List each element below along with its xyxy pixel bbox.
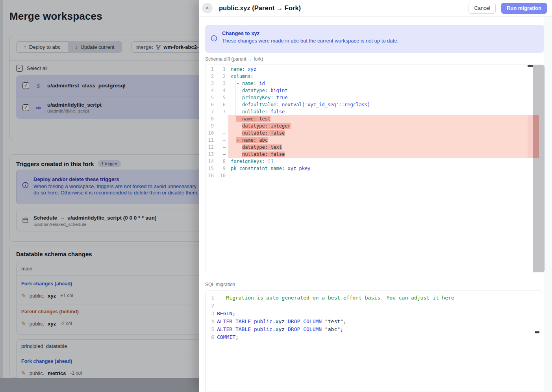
modified-line-number: – (217, 137, 228, 144)
schema-diff-label: Schema diff (parent ↔ fork) (205, 56, 263, 62)
diff-line: 77 nullable: false (206, 108, 528, 115)
deleted-text: nullable: false (242, 130, 285, 136)
run-migration-button[interactable]: Run migration (501, 3, 547, 14)
diff-line-content: primaryKey: true (228, 94, 528, 101)
modified-line-number: 2 (217, 73, 228, 80)
cancel-button[interactable]: Cancel (469, 3, 495, 14)
changes-info-alert: Changes to xyz These changes were made i… (205, 25, 544, 53)
line-number: 3 (206, 310, 214, 318)
original-line-number: 12 (206, 144, 217, 151)
sql-line-content: -- Migration is auto-generated on a best… (214, 294, 542, 302)
original-line-number: 14 (206, 158, 217, 165)
sql-line: 4ALTER TABLE public.xyz DROP COLUMN "tes… (206, 318, 542, 325)
schema-diff-editor[interactable]: 11name: xyz22columns:33 - name: id44 dat… (205, 65, 544, 272)
modified-line-number: 1 (217, 66, 228, 73)
original-line-number: 5 (206, 94, 217, 101)
sql-line-content (214, 302, 542, 310)
line-number: 1 (206, 294, 214, 302)
modified-line-number: 8 (217, 158, 228, 165)
sql-migration-label: SQL migration (205, 282, 235, 287)
modified-line-number: 9 (217, 165, 228, 172)
overview-ruler[interactable] (533, 65, 545, 272)
changes-alert-title: Changes to xyz (222, 30, 398, 36)
diff-deleted-margin (528, 115, 533, 158)
drawer-scroll-gutter[interactable] (545, 17, 552, 392)
diff-line: 55 primaryKey: true (206, 94, 528, 101)
original-line-number: 13 (206, 151, 217, 158)
diff-line-content: - name: test (228, 115, 528, 122)
modified-line-number: 7 (217, 108, 228, 115)
modal-backdrop[interactable] (0, 0, 199, 392)
drawer-title: public.xyz (Parent → Fork) (219, 4, 301, 12)
modified-line-number: – (217, 115, 228, 122)
diff-line: 11– - name: abc (206, 137, 528, 144)
diff-line: 66 defaultValue: nextval('xyz_id_seq'::r… (206, 101, 528, 108)
diff-line-list: 11name: xyz22columns:33 - name: id44 dat… (206, 66, 528, 179)
modified-line-number: 5 (217, 94, 228, 101)
original-line-number: 7 (206, 108, 217, 115)
diff-line-content: nullable: false (228, 108, 528, 115)
diff-line-content: name: xyz (228, 66, 528, 73)
sql-line: 5ALTER TABLE public.xyz DROP COLUMN "abc… (206, 325, 542, 333)
original-line-number: 4 (206, 87, 217, 94)
original-line-number: 2 (206, 73, 217, 80)
diff-line: 11name: xyz (206, 66, 528, 73)
original-line-number: 11 (206, 137, 217, 144)
close-icon[interactable]: × (202, 3, 213, 13)
scrollbar-thumb[interactable] (528, 65, 533, 67)
overview-ruler-deleted-marker (533, 115, 539, 158)
original-line-number: 16 (206, 172, 217, 179)
deleted-text: - name: abc (236, 137, 267, 143)
diff-line: 12– datatype: text (206, 144, 528, 151)
original-line-number: 8 (206, 115, 217, 122)
diff-line: 33 - name: id (206, 80, 528, 87)
diff-line: 148foreignKeys: [] (206, 158, 528, 165)
sql-migration-editor[interactable]: 1-- Migration is auto-generated on a bes… (205, 290, 542, 392)
sql-line: 3BEGIN; (206, 310, 542, 318)
diff-line: 159pk_constraint_name: xyz_pkey (206, 165, 528, 172)
original-line-number: 3 (206, 80, 217, 87)
diff-line: 44 datatype: bigint (206, 87, 528, 94)
sql-line-list: 1-- Migration is auto-generated on a bes… (206, 294, 542, 341)
deleted-text: datatype: integer (242, 123, 291, 129)
diff-line: 9– datatype: integer (206, 122, 528, 129)
original-line-number: 9 (206, 122, 217, 129)
diff-line-content: foreignKeys: [] (228, 158, 528, 165)
sql-line-content: ALTER TABLE public.xyz DROP COLUMN "test… (214, 318, 542, 325)
info-icon (211, 35, 217, 42)
diff-line: 8– - name: test (206, 115, 528, 122)
modified-line-number: – (217, 144, 228, 151)
sql-line-content: ALTER TABLE public.xyz DROP COLUMN "abc"… (214, 325, 542, 333)
diff-line-content: defaultValue: nextval('xyz_id_seq'::regc… (228, 101, 528, 108)
modified-line-number: – (217, 122, 228, 129)
diff-line: 10– nullable: false (206, 129, 528, 137)
sql-line: 6COMMIT; (206, 333, 542, 341)
drawer-header: × public.xyz (Parent → Fork) Cancel Run … (199, 0, 552, 17)
diff-line-content: columns: (228, 73, 528, 80)
deleted-text: - name: test (236, 116, 270, 122)
deleted-text: nullable: false (242, 152, 285, 157)
changes-alert-body: These changes were made in abc but the c… (222, 38, 398, 44)
line-number: 5 (206, 325, 214, 333)
line-number: 2 (206, 302, 214, 310)
original-line-number: 10 (206, 129, 217, 137)
screen: Merge workspaces ↑ Deploy to abc ↓ Updat… (0, 0, 552, 392)
diff-line-content: pk_constraint_name: xyz_pkey (228, 165, 528, 172)
diff-line: 1610 (206, 172, 528, 179)
diff-line-content: datatype: text (228, 144, 528, 151)
diff-line: 13– nullable: false (206, 151, 528, 158)
diff-line: 22columns: (206, 73, 528, 80)
line-number: 6 (206, 333, 214, 341)
modified-line-number: – (217, 151, 228, 158)
scrollbar-thumb[interactable] (535, 331, 539, 333)
diff-line-content: nullable: false (228, 151, 528, 158)
sql-line: 2 (206, 302, 542, 310)
sql-line-content: BEGIN; (214, 310, 542, 318)
original-line-number: 6 (206, 101, 217, 108)
diff-line-content: datatype: integer (228, 122, 528, 129)
diff-line-content: - name: abc (228, 137, 528, 144)
modified-line-number: 3 (217, 80, 228, 87)
sql-line-content: COMMIT; (214, 333, 542, 341)
modified-line-number: – (217, 129, 228, 137)
migration-drawer: × public.xyz (Parent → Fork) Cancel Run … (199, 0, 552, 392)
